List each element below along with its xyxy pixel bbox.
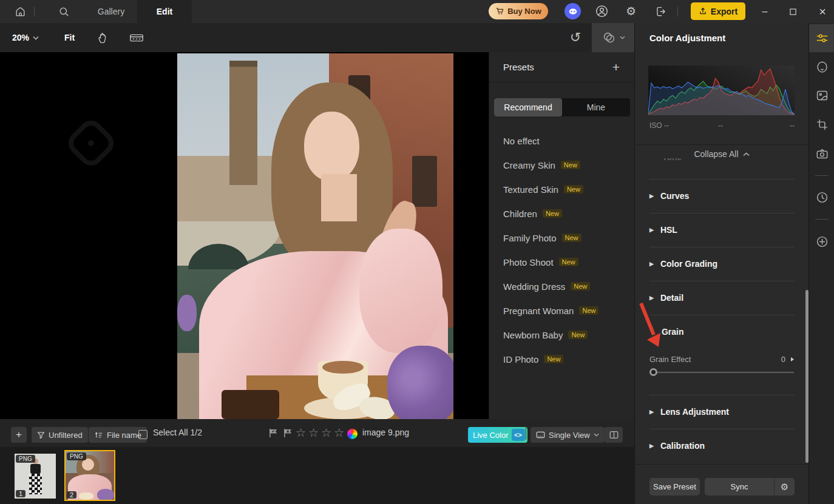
- flag-check-icon: [268, 428, 279, 438]
- preset-item[interactable]: ID PhotoNew: [489, 347, 634, 371]
- photo-face: [304, 112, 359, 181]
- triangle-right-icon: ▶: [649, 409, 654, 415]
- grain-effect-slider-handle[interactable]: [649, 368, 657, 376]
- account-button[interactable]: [594, 3, 610, 19]
- new-badge: New: [562, 234, 581, 242]
- save-preset-button[interactable]: Save Preset: [649, 478, 700, 496]
- buy-now-button[interactable]: Buy Now: [489, 3, 548, 19]
- compare-circles-icon: [602, 32, 616, 44]
- sidebar-history-tool[interactable]: [809, 183, 834, 211]
- tab-recommend[interactable]: Recommend: [494, 98, 562, 116]
- preset-item[interactable]: Textured SkinNew: [489, 177, 634, 201]
- save-preset-label: Save Preset: [653, 482, 696, 491]
- bottombar-divider: [600, 426, 601, 440]
- file-type-badge: PNG: [67, 452, 86, 460]
- settings-button[interactable]: ⚙: [623, 3, 639, 19]
- sync-settings-button[interactable]: ⚙: [774, 478, 795, 496]
- undo-button[interactable]: ↺: [564, 23, 586, 52]
- star-icon[interactable]: ☆: [321, 426, 334, 439]
- buy-now-label: Buy Now: [507, 7, 541, 16]
- section-divider: [649, 429, 795, 429]
- new-badge: New: [561, 161, 580, 169]
- panorama-tool-button[interactable]: [125, 23, 148, 52]
- presets-title: Presets: [503, 62, 534, 72]
- sidebar-adjust-tool[interactable]: [809, 24, 834, 52]
- filter-button[interactable]: Unfiltered: [32, 427, 88, 443]
- preset-item[interactable]: Creamy SkinNew: [489, 153, 634, 177]
- edited-photo[interactable]: [177, 53, 453, 419]
- preset-item[interactable]: ChildrenNew: [489, 201, 634, 226]
- flag-reject-button[interactable]: [283, 428, 293, 438]
- star-icon[interactable]: ☆: [296, 426, 308, 439]
- sidebar-camera-tool[interactable]: [809, 139, 834, 167]
- select-all-checkbox[interactable]: [138, 430, 147, 439]
- canvas-area[interactable]: [0, 52, 489, 419]
- section-label: Curves: [660, 191, 689, 201]
- zoom-level-dropdown[interactable]: 20%: [12, 23, 39, 52]
- home-button[interactable]: [10, 0, 30, 23]
- star-icon[interactable]: ☆: [308, 426, 321, 439]
- histogram: [648, 66, 795, 115]
- minimize-button[interactable]: –: [754, 0, 775, 23]
- sidebar-add-tool[interactable]: [809, 227, 834, 255]
- fit-button[interactable]: Fit: [64, 23, 75, 52]
- live-color-label: Live Color: [473, 431, 509, 440]
- maximize-button[interactable]: [782, 0, 803, 23]
- histogram-chart: [648, 66, 795, 115]
- sidebar-crop-tool[interactable]: [809, 110, 834, 138]
- color-adjustment-panel: ISO -- -- -- Tone Collapse All ▶Curves ▶…: [634, 52, 809, 504]
- preset-item[interactable]: Wedding DressNew: [489, 274, 634, 298]
- shutter-value: --: [790, 121, 795, 130]
- sidebar-portrait-tool[interactable]: [809, 53, 834, 81]
- new-badge: New: [559, 258, 578, 266]
- tab-edit[interactable]: Edit: [137, 0, 192, 23]
- add-image-button[interactable]: +: [11, 427, 27, 443]
- thumbnail-index: 1: [16, 490, 25, 497]
- stepper-right-icon[interactable]: [790, 357, 795, 362]
- preset-label: Photo Shoot: [503, 257, 554, 267]
- panel-title: Color Adjustment: [634, 23, 809, 52]
- close-button[interactable]: ×: [812, 0, 833, 23]
- add-preset-button[interactable]: +: [612, 60, 620, 75]
- tab-mine[interactable]: Mine: [562, 98, 630, 116]
- sidebar-image-tool[interactable]: [809, 81, 834, 109]
- preset-item[interactable]: No effect: [489, 129, 634, 153]
- star-icon[interactable]: ☆: [334, 426, 347, 439]
- signout-button[interactable]: [652, 3, 668, 19]
- thumb2-cup: [79, 492, 93, 500]
- hand-icon: [97, 32, 109, 44]
- preset-item[interactable]: Newborn BabyNew: [489, 323, 634, 347]
- color-label-button[interactable]: [347, 429, 358, 439]
- edit-toolbar: 20% Fit ↺: [0, 23, 634, 52]
- preset-item[interactable]: Family PhotoNew: [489, 226, 634, 250]
- collapse-all-button[interactable]: Collapse All: [635, 149, 809, 159]
- preset-item[interactable]: Pregnant WomanNew: [489, 298, 634, 323]
- pan-tool-button[interactable]: [92, 23, 113, 52]
- split-view-button[interactable]: [605, 427, 623, 443]
- tab-gallery[interactable]: Gallery: [90, 0, 132, 23]
- photo-bell-tower: [229, 61, 257, 185]
- section-divider: [649, 179, 795, 180]
- preset-item[interactable]: Photo ShootNew: [489, 250, 634, 274]
- preset-label: ID Photo: [503, 354, 538, 365]
- section-label: Color Grading: [660, 259, 717, 269]
- export-button[interactable]: Export: [691, 2, 745, 20]
- section-label: HSL: [660, 225, 677, 235]
- grain-effect-slider-track[interactable]: [649, 372, 794, 373]
- current-filename: image 9.png: [362, 428, 409, 437]
- flag-pick-button[interactable]: [268, 428, 279, 438]
- single-view-dropdown[interactable]: Single View: [531, 427, 605, 443]
- app-window: Gallery Edit Buy Now ⚙ Export – ×: [0, 0, 834, 504]
- code-icon: <>: [512, 429, 525, 441]
- preset-label: Children: [503, 209, 537, 219]
- signout-icon: [654, 5, 666, 18]
- compare-dropdown[interactable]: [592, 23, 634, 52]
- triangle-right-icon: ▶: [649, 261, 654, 267]
- search-button[interactable]: [53, 0, 74, 23]
- sidebar-divider: [815, 219, 829, 220]
- discord-button[interactable]: [564, 3, 581, 19]
- live-color-button[interactable]: Live Color <>: [468, 427, 527, 443]
- sync-button[interactable]: Sync: [705, 478, 774, 496]
- thumbnail-2-selected[interactable]: PNG 2: [64, 450, 115, 501]
- thumbnail-1[interactable]: PNG 1: [15, 454, 56, 499]
